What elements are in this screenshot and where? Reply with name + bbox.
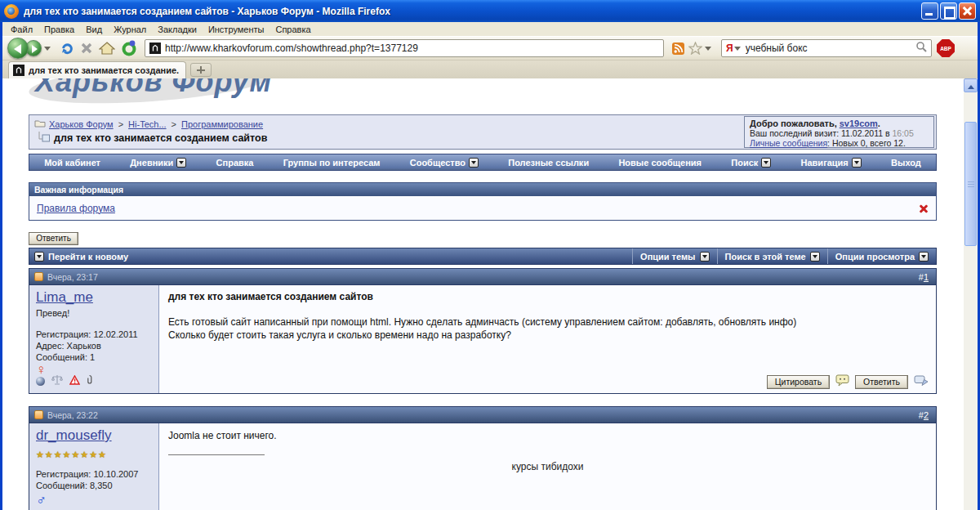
folder-icon — [34, 119, 46, 129]
menu-help[interactable]: Справка — [270, 24, 316, 35]
user-post-count: Сообщений: 8,350 — [36, 480, 152, 491]
menu-history[interactable]: Журнал — [108, 24, 152, 35]
goto-new-button[interactable]: Перейти к новому — [29, 252, 128, 262]
important-info-header: Важная информация — [29, 183, 936, 196]
bookmarks-dropdown-icon[interactable] — [705, 47, 711, 54]
tab-kharkovforum[interactable]: для тех кто занимается создание... — [8, 61, 186, 78]
stop-icon[interactable] — [80, 42, 93, 55]
post-2: Вчера, 23:22 #2 dr_mousefly ★★★★★★★★ Рег… — [29, 406, 937, 510]
username-link[interactable]: dr_mousefly — [36, 427, 112, 443]
forum-logo[interactable]: Харьков Форум — [29, 78, 937, 114]
report-icon[interactable] — [69, 374, 80, 388]
display-options-button[interactable]: Опции просмотра — [827, 248, 936, 264]
breadcrumb-link-forum[interactable]: Харьков Форум — [49, 119, 114, 129]
nav-item-groups[interactable]: Группы по интересам — [283, 158, 381, 168]
search-go-icon[interactable] — [915, 41, 927, 56]
page-content: Харьков Форум Харьков Форум > Hi-Tech...… — [2, 78, 978, 510]
welcome-greeting: Добро пожаловать, — [750, 119, 837, 128]
adblock-icon[interactable]: ABP — [937, 39, 955, 57]
post-number-link[interactable]: 2 — [924, 410, 929, 420]
maximize-button[interactable] — [940, 2, 957, 20]
user-title: Превед! — [36, 308, 152, 318]
search-engine-icon[interactable]: Я — [726, 42, 733, 54]
menu-view[interactable]: Вид — [80, 24, 108, 35]
breadcrumb-link-programming[interactable]: Программирование — [181, 119, 263, 129]
signature-text: курсы тибидохи — [168, 461, 927, 472]
goto-new-icon — [34, 252, 44, 262]
history-dropdown-icon[interactable] — [44, 47, 51, 54]
menu-file[interactable]: Файл — [5, 24, 38, 35]
reply-button[interactable]: Ответить — [855, 375, 908, 389]
menu-tools[interactable]: Инструменты — [203, 24, 270, 35]
tab-favicon — [13, 65, 24, 76]
private-messages-link[interactable]: Личные сообщения — [750, 138, 827, 148]
post-status-icon — [34, 272, 43, 281]
nav-item-blogs[interactable]: Дневники — [130, 158, 186, 168]
username-link[interactable]: Lima_me — [36, 289, 93, 305]
new-tab-button[interactable] — [190, 63, 212, 77]
dropdown-icon[interactable] — [176, 158, 186, 168]
breadcrumb: Харьков Форум > Hi-Tech... > Программиро… — [29, 114, 937, 150]
window-title: для тех кто занимается созданием сайтов … — [24, 6, 921, 17]
address-input[interactable]: http://www.kharkovforum.com/showthread.p… — [165, 42, 418, 54]
nav-item-help[interactable]: Справка — [216, 158, 254, 168]
nav-item-search[interactable]: Поиск — [731, 158, 771, 168]
breadcrumb-separator: > — [117, 119, 125, 129]
nav-item-logout[interactable]: Выход — [891, 158, 921, 168]
quote-button[interactable]: Цитировать — [767, 375, 830, 389]
forum-navbar: Мой кабинет Дневники Справка Группы по и… — [29, 154, 937, 171]
search-box[interactable]: Я учебный бокс — [721, 39, 932, 57]
page-title: для тех кто занимается созданием сайтов — [54, 132, 267, 144]
menu-edit[interactable]: Правка — [38, 24, 80, 35]
dropdown-icon — [700, 252, 710, 262]
nav-item-useful-links[interactable]: Полезные ссылки — [508, 158, 589, 168]
address-bar[interactable]: http://www.kharkovforum.com/showthread.p… — [145, 39, 664, 57]
multiquote-icon[interactable] — [835, 374, 849, 389]
scroll-up-button[interactable] — [964, 78, 978, 92]
back-button[interactable] — [7, 38, 29, 59]
nav-item-navigation[interactable]: Навигация — [801, 158, 862, 168]
refresh-icon[interactable] — [60, 41, 74, 56]
dropdown-icon[interactable] — [852, 158, 862, 168]
search-input[interactable]: учебный бокс — [746, 42, 915, 54]
reply-button-top[interactable]: Ответить — [29, 232, 78, 245]
tab-strip: для тех кто занимается создание... — [2, 60, 978, 78]
quick-reply-icon[interactable] — [914, 374, 929, 389]
reputation-icon — [51, 374, 64, 388]
nav-item-new-posts[interactable]: Новые сообщения — [618, 158, 702, 168]
post-text-line: Сколько будет стоить такая услуга и скол… — [168, 329, 927, 342]
user-stars: ★★★★★★★★ — [36, 450, 152, 460]
dismiss-icon[interactable] — [919, 204, 929, 213]
thread-tools-button[interactable]: Опции темы — [632, 248, 716, 264]
dropdown-icon[interactable] — [761, 158, 771, 168]
rss-icon[interactable] — [672, 42, 684, 55]
scroll-thumb[interactable] — [964, 122, 977, 246]
search-engine-dropdown-icon[interactable] — [734, 47, 741, 54]
dropdown-icon — [919, 252, 929, 262]
welcome-period: . — [878, 119, 880, 128]
user-panel: Lima_me Превед! Регистрация: 12.02.2011 … — [29, 285, 159, 393]
nav-item-cabinet[interactable]: Мой кабинет — [44, 158, 100, 168]
close-button[interactable] — [959, 2, 976, 20]
breadcrumb-link-hitech[interactable]: Hi-Tech... — [128, 119, 166, 129]
signature-divider — [168, 454, 265, 455]
forum-rules-link[interactable]: Правила форума — [37, 203, 115, 214]
nav-item-community[interactable]: Сообщество — [410, 158, 479, 168]
post-number-link[interactable]: 1 — [924, 272, 929, 282]
post-title: для тех кто занимается созданием сайтов — [168, 291, 927, 302]
post-content: Joomla не стоит ничего. курсы тибидохи — [159, 423, 936, 510]
home-icon[interactable] — [99, 42, 115, 56]
menu-bookmarks[interactable]: Закладки — [152, 24, 203, 35]
window-titlebar: для тех кто занимается созданием сайтов … — [0, 0, 980, 22]
extension-icon[interactable] — [121, 40, 137, 56]
bookmark-star-icon[interactable] — [688, 42, 702, 55]
search-thread-button[interactable]: Поиск в этой теме — [717, 248, 827, 264]
dropdown-icon[interactable] — [469, 158, 479, 168]
user-address: Адрес: Харьков — [36, 340, 152, 351]
user-registered: Регистрация: 12.02.2011 — [36, 329, 152, 340]
vertical-scrollbar[interactable] — [964, 78, 978, 510]
dropdown-icon — [810, 252, 820, 262]
post-number: #1 — [919, 272, 929, 282]
minimize-button[interactable] — [921, 2, 938, 20]
username-link[interactable]: sv19com — [840, 119, 878, 128]
